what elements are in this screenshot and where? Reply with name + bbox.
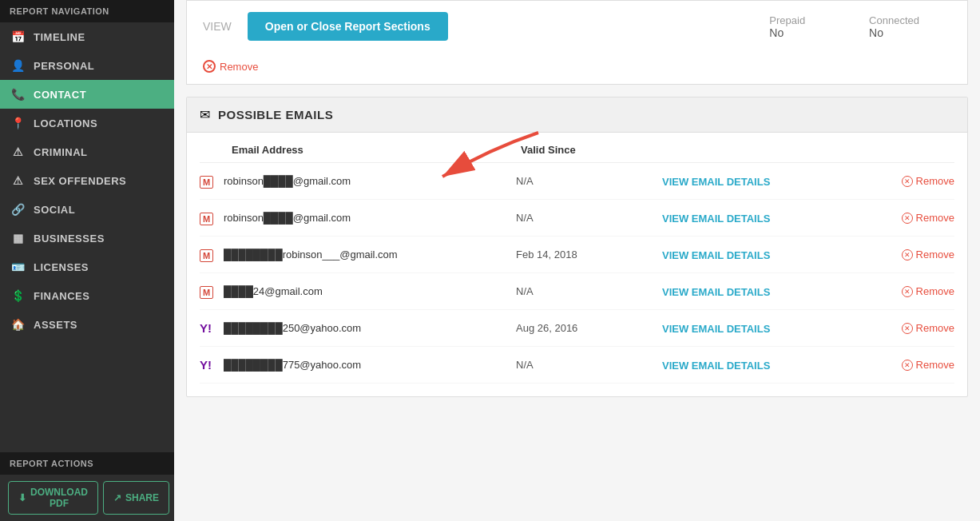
remove-email-button[interactable]: ✕ Remove	[857, 285, 954, 297]
pin-icon: 📍	[11, 117, 26, 129]
table-row: Y! ████████250@yahoo.com Aug 26, 2016 VI…	[200, 310, 954, 347]
prepaid-connected-info: Prepaid No Connected No	[769, 14, 919, 39]
email-valid-since: Aug 26, 2016	[516, 322, 662, 334]
prepaid-block: Prepaid No	[769, 14, 805, 39]
gmail-icon: M	[200, 283, 224, 300]
view-label: VIEW	[203, 20, 232, 33]
remove-email-button[interactable]: ✕ Remove	[857, 175, 954, 187]
grid-icon: ▦	[11, 232, 26, 245]
sidebar-item-label: CONTACT	[34, 89, 86, 101]
sidebar-item-label: LOCATIONS	[34, 117, 97, 129]
sidebar-item-label: TIMELINE	[34, 31, 85, 43]
email-table: Email Address Valid Since M robinson████…	[187, 133, 967, 396]
view-email-details-link[interactable]: VIEW EMAIL DETAILS	[662, 174, 857, 189]
remove-email-button[interactable]: ✕ Remove	[857, 322, 954, 334]
view-email-details-link[interactable]: VIEW EMAIL DETAILS	[662, 358, 857, 372]
sidebar-item-timeline[interactable]: 📅 TIMELINE	[0, 22, 174, 51]
emails-section-header: ✉ POSSIBLE EMAILS	[187, 97, 967, 133]
sidebar-item-label: SOCIAL	[34, 204, 75, 216]
email-valid-since: N/A	[516, 212, 662, 224]
col-email-header: Email Address	[232, 144, 521, 156]
email-valid-since: Feb 14, 2018	[516, 249, 662, 260]
actions-section-header: REPORT ACTIONS	[0, 452, 174, 475]
remove-circle-icon: ✕	[902, 360, 913, 371]
sidebar-item-label: PERSONAL	[34, 60, 94, 72]
table-header-row: Email Address Valid Since	[200, 133, 954, 163]
download-pdf-button[interactable]: ⬇ DOWNLOAD PDF	[8, 481, 98, 515]
col-remove-header	[858, 144, 954, 156]
sidebar-item-label: SEX OFFENDERS	[34, 175, 126, 187]
remove-email-button[interactable]: ✕ Remove	[857, 359, 954, 371]
actions-buttons: ⬇ DOWNLOAD PDF ↗ SHARE	[0, 475, 174, 521]
emails-section: ✉ POSSIBLE EMAILS Email Address Valid Si…	[186, 97, 968, 397]
sidebar-item-label: BUSINESSES	[34, 233, 105, 245]
view-email-details-link[interactable]: VIEW EMAIL DETAILS	[662, 211, 857, 225]
yahoo-icon: Y!	[200, 356, 224, 373]
sidebar-item-locations[interactable]: 📍 LOCATIONS	[0, 109, 174, 137]
gmail-icon: M	[200, 173, 224, 189]
emails-section-title: POSSIBLE EMAILS	[218, 108, 333, 121]
email-address: ████████250@yahoo.com	[224, 322, 516, 334]
remove-circle-icon: ✕	[902, 213, 913, 224]
remove-circle-icon: ✕	[902, 286, 913, 297]
remove-text: Remove	[220, 61, 258, 73]
download-icon: ⬇	[18, 492, 26, 503]
sidebar-item-personal[interactable]: 👤 PERSONAL	[0, 51, 174, 80]
share-icon: ↗	[113, 492, 121, 503]
table-row: M ████████robinson___@gmail.com Feb 14, …	[200, 237, 954, 273]
gmail-icon: M	[200, 246, 224, 263]
envelope-icon: ✉	[200, 107, 210, 122]
connected-block: Connected No	[869, 14, 919, 39]
sidebar-item-licenses[interactable]: 🪪 LICENSES	[0, 253, 174, 281]
email-valid-since: N/A	[516, 285, 662, 297]
sidebar-item-contact[interactable]: 📞 CONTACT	[0, 80, 174, 109]
sidebar: REPORT NAVIGATION 📅 TIMELINE 👤 PERSONAL …	[0, 0, 174, 521]
share-button[interactable]: ↗ SHARE	[103, 481, 169, 515]
sidebar-item-label: LICENSES	[34, 261, 89, 273]
home-icon: 🏠	[11, 318, 26, 331]
sidebar-item-sex-offenders[interactable]: ⚠ SEX OFFENDERS	[0, 166, 174, 195]
view-email-details-link[interactable]: VIEW EMAIL DETAILS	[662, 248, 857, 262]
table-row: M ████24@gmail.com N/A VIEW EMAIL DETAIL…	[200, 273, 954, 310]
col-action-header	[665, 144, 858, 156]
top-bar-section: VIEW Open or Close Report Sections Prepa…	[186, 0, 968, 52]
col-valid-header: Valid Since	[521, 144, 665, 156]
sidebar-item-assets[interactable]: 🏠 ASSETS	[0, 310, 174, 339]
yahoo-icon: Y!	[200, 320, 224, 336]
email-address: ████████775@yahoo.com	[224, 359, 516, 371]
sidebar-item-businesses[interactable]: ▦ BUSINESSES	[0, 224, 174, 253]
email-valid-since: N/A	[516, 175, 662, 187]
email-address: robinson████@gmail.com	[224, 175, 516, 187]
warning-icon: ⚠	[11, 145, 26, 158]
view-email-details-link[interactable]: VIEW EMAIL DETAILS	[662, 321, 857, 336]
connected-label: Connected	[869, 14, 919, 26]
view-email-details-link[interactable]: VIEW EMAIL DETAILS	[662, 284, 857, 299]
remove-button[interactable]: ✕ Remove	[203, 60, 951, 73]
remove-circle-icon: ✕	[902, 176, 913, 187]
remove-circle-icon: ✕	[203, 60, 216, 73]
alert-icon: ⚠	[11, 174, 26, 187]
open-close-sections-button[interactable]: Open or Close Report Sections	[248, 12, 448, 41]
table-row: M robinson████@gmail.com N/A VIEW EMAIL …	[200, 163, 954, 200]
sidebar-item-finances[interactable]: 💲 FINANCES	[0, 281, 174, 310]
phone-icon: 📞	[11, 88, 26, 101]
gmail-icon: M	[200, 209, 224, 226]
remove-circle-icon: ✕	[902, 323, 913, 334]
nav-section-header: REPORT NAVIGATION	[0, 0, 174, 22]
sidebar-item-social[interactable]: 🔗 SOCIAL	[0, 195, 174, 224]
person-icon: 👤	[11, 59, 26, 72]
sidebar-item-label: CRIMINAL	[34, 146, 88, 158]
dollar-icon: 💲	[11, 289, 26, 302]
prepaid-value: No	[769, 26, 805, 39]
table-row: Y! ████████775@yahoo.com N/A VIEW EMAIL …	[200, 347, 954, 384]
sidebar-item-criminal[interactable]: ⚠ CRIMINAL	[0, 137, 174, 166]
remove-circle-icon: ✕	[902, 249, 913, 260]
email-address: ████24@gmail.com	[224, 285, 516, 297]
sidebar-item-label: FINANCES	[34, 290, 89, 302]
remove-email-button[interactable]: ✕ Remove	[857, 212, 954, 224]
calendar-icon: 📅	[11, 30, 26, 43]
remove-email-button[interactable]: ✕ Remove	[857, 249, 954, 260]
connected-value: No	[869, 26, 919, 39]
license-icon: 🪪	[11, 260, 26, 273]
remove-section: ✕ Remove	[186, 52, 968, 85]
